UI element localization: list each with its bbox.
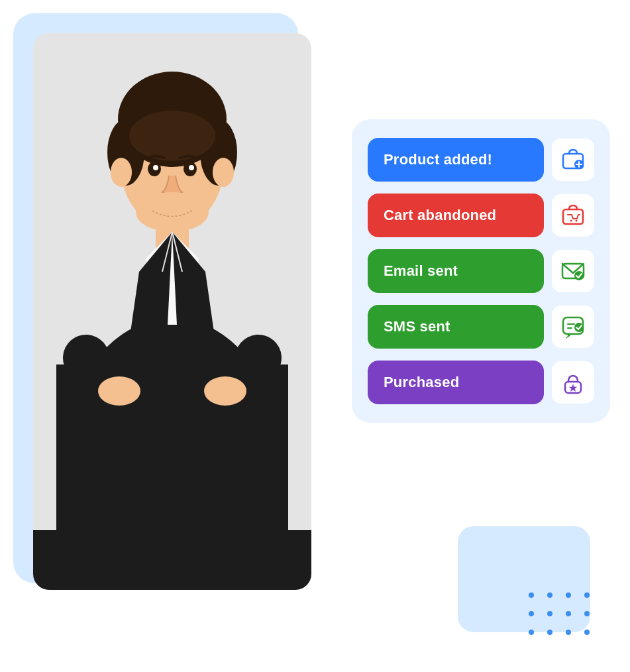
dot [566,611,571,616]
sms-sent-label: SMS sent [368,305,544,349]
purchased-icon-box [552,361,594,404]
dot [547,630,552,635]
dot [529,592,534,598]
sms-icon [560,314,586,339]
store-cart-icon [560,203,586,228]
svg-point-11 [129,111,215,161]
email-sent-label: Email sent [368,249,544,293]
email-sent-icon-box [552,250,594,292]
dot [566,630,571,635]
email-check-icon [560,258,586,284]
svg-point-15 [189,165,194,170]
card-row-purchased: Purchased [368,361,594,404]
scene: Product added! Cart abandoned [0,0,630,672]
cart-abandoned-icon-box [552,194,594,237]
dot [547,611,552,616]
dot [547,592,552,598]
dot [584,592,590,598]
product-added-icon-box [552,139,594,181]
card-row-product-added: Product added! [368,138,594,182]
product-added-label: Product added! [368,138,544,182]
svg-point-19 [204,376,246,406]
svg-rect-23 [33,530,311,590]
svg-point-20 [98,376,140,406]
dot [529,630,534,635]
card-row-cart-abandoned: Cart abandoned [368,194,594,237]
svg-marker-38 [570,384,577,392]
svg-point-16 [136,192,209,232]
dot [584,630,590,635]
card-panel: Product added! Cart abandoned [352,119,610,423]
card-row-email-sent: Email sent [368,249,594,293]
svg-point-18 [213,158,234,187]
sms-sent-icon-box [552,306,594,348]
dot [584,611,590,616]
dot [566,592,571,598]
svg-point-29 [570,220,572,222]
svg-point-14 [153,165,158,170]
dot [529,611,534,616]
lock-star-icon [560,370,586,395]
card-row-sms-sent: SMS sent [368,305,594,349]
dots-decoration [529,592,594,639]
store-plus-icon [560,147,586,172]
purchased-label: Purchased [368,361,544,404]
person-illustration [33,33,311,590]
person-background [33,33,311,590]
svg-point-30 [576,220,578,222]
cart-abandoned-label: Cart abandoned [368,194,544,237]
svg-point-17 [111,158,132,187]
